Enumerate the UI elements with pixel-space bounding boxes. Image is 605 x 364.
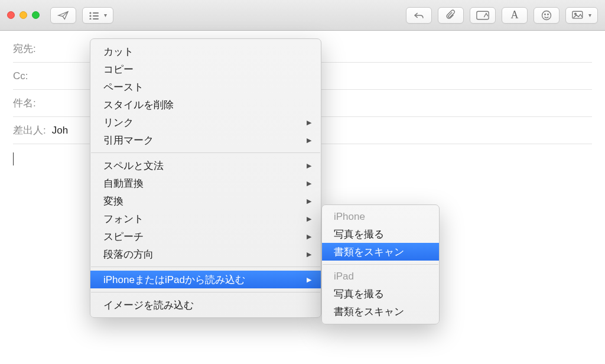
menu-item-label: スペルと文法	[103, 159, 164, 173]
menu-item-import-from-device[interactable]: iPhoneまたはiPadから読み込む	[90, 271, 321, 288]
attach-button[interactable]	[438, 7, 464, 24]
from-label: 差出人:	[13, 124, 46, 137]
emoji-button[interactable]	[534, 7, 560, 24]
menu-item-substitutions[interactable]: 自動置換	[90, 174, 321, 192]
markup-icon	[476, 11, 489, 20]
import-submenu: iPhone 写真を撮る 書類をスキャン iPad 写真を撮る 書類をスキャン	[321, 204, 440, 324]
minimize-window-button[interactable]	[19, 11, 27, 19]
submenu-item-label: 書類をスキャン	[334, 305, 404, 318]
to-label: 宛先:	[13, 42, 41, 56]
submenu-item-take-photo-iphone[interactable]: 写真を撮る	[322, 225, 439, 243]
window-controls	[7, 11, 40, 19]
menu-separator	[91, 266, 320, 267]
format-button[interactable]: A	[502, 7, 528, 24]
menu-item-label: 変換	[103, 194, 123, 208]
svg-point-7	[542, 11, 551, 20]
menu-item-label: 引用マーク	[103, 134, 154, 147]
menu-item-label: 自動置換	[103, 177, 144, 190]
menu-item-label: スタイルを削除	[103, 98, 174, 112]
menu-item-remove-style[interactable]: スタイルを削除	[90, 96, 321, 113]
cc-label: Cc:	[13, 70, 41, 82]
send-icon	[57, 11, 69, 20]
text-cursor	[13, 152, 14, 165]
reply-button[interactable]	[406, 7, 432, 24]
menu-item-cut[interactable]: カット	[90, 43, 321, 60]
font-icon: A	[511, 9, 519, 21]
reply-icon	[413, 11, 425, 20]
from-value: Joh	[52, 125, 68, 136]
menu-item-transformations[interactable]: 変換	[90, 192, 321, 210]
menu-separator	[91, 292, 320, 292]
paperclip-icon	[445, 9, 456, 21]
menu-item-font[interactable]: フォント	[90, 210, 321, 228]
header-fields-button[interactable]: ▾	[82, 7, 113, 24]
svg-point-2	[89, 15, 91, 17]
menu-item-writing-direction[interactable]: 段落の方向	[90, 245, 321, 263]
svg-point-9	[548, 14, 549, 15]
list-icon	[89, 11, 100, 20]
svg-rect-6	[477, 11, 489, 20]
menu-item-quote[interactable]: 引用マーク	[90, 131, 321, 149]
submenu-item-label: 写真を撮る	[334, 228, 384, 241]
menu-item-label: コピー	[103, 63, 134, 76]
menu-item-label: ペースト	[103, 80, 144, 94]
titlebar: ▾ A	[0, 0, 605, 31]
menu-item-spelling[interactable]: スペルと文法	[90, 157, 321, 174]
menu-item-label: 段落の方向	[103, 248, 154, 261]
submenu-item-label: 写真を撮る	[334, 287, 384, 301]
svg-point-4	[89, 18, 91, 20]
svg-point-8	[545, 14, 546, 15]
context-menu: カット コピー ペースト スタイルを削除 リンク 引用マーク スペルと文法 自動…	[90, 38, 321, 318]
svg-point-0	[89, 12, 91, 14]
svg-rect-5	[93, 18, 99, 20]
emoji-icon	[541, 9, 552, 21]
subject-label: 件名:	[13, 96, 41, 110]
send-button[interactable]	[50, 7, 76, 24]
menu-item-import-image[interactable]: イメージを読み込む	[90, 296, 321, 314]
photo-browser-button[interactable]: ▾	[565, 7, 598, 24]
submenu-item-take-photo-ipad[interactable]: 写真を撮る	[322, 285, 439, 303]
menu-item-label: iPhoneまたはiPadから読み込む	[103, 273, 245, 287]
menu-item-paste[interactable]: ペースト	[90, 78, 321, 96]
svg-point-11	[575, 13, 577, 15]
svg-rect-3	[93, 15, 99, 17]
menu-item-copy[interactable]: コピー	[90, 60, 321, 78]
markup-button[interactable]	[470, 7, 496, 24]
submenu-group-title-iphone: iPhone	[322, 209, 439, 225]
menu-item-label: イメージを読み込む	[103, 298, 194, 312]
menu-item-label: リンク	[103, 116, 134, 129]
menu-item-label: フォント	[103, 212, 144, 226]
menu-item-label: スピーチ	[103, 230, 144, 243]
submenu-separator	[323, 264, 438, 265]
chevron-down-icon: ▾	[588, 12, 591, 18]
submenu-item-scan-document-ipad[interactable]: 書類をスキャン	[322, 303, 439, 320]
menu-item-speech[interactable]: スピーチ	[90, 228, 321, 245]
close-window-button[interactable]	[7, 11, 15, 19]
svg-rect-1	[93, 12, 99, 14]
zoom-window-button[interactable]	[32, 11, 40, 19]
photo-icon	[572, 11, 585, 20]
submenu-group-title-ipad: iPad	[322, 268, 439, 285]
menu-item-link[interactable]: リンク	[90, 113, 321, 131]
chevron-down-icon: ▾	[104, 12, 107, 18]
submenu-item-label: 書類をスキャン	[334, 245, 404, 259]
menu-separator	[91, 152, 320, 153]
submenu-item-scan-document-iphone[interactable]: 書類をスキャン	[322, 243, 439, 261]
menu-item-label: カット	[103, 45, 134, 58]
